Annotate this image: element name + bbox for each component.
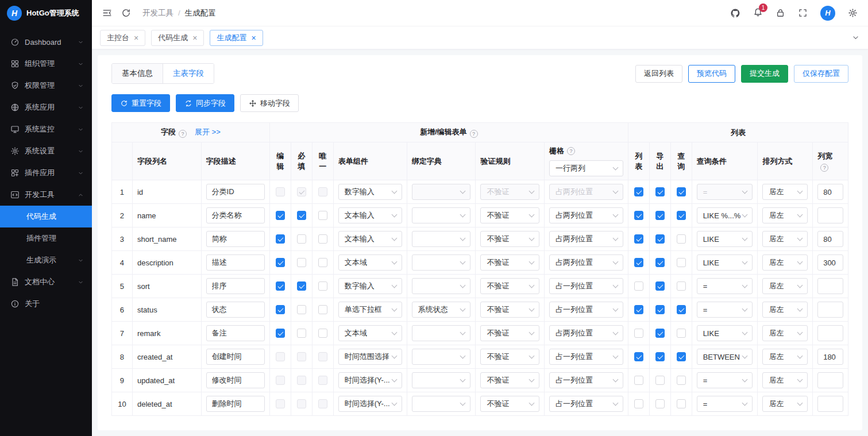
align-select[interactable]: 居左 [762, 349, 808, 365]
unique-checkbox[interactable] [318, 281, 327, 291]
edit-checkbox[interactable] [276, 258, 285, 267]
sidebar-item-plugin-manage[interactable]: 插件管理 [0, 227, 92, 249]
field-desc-input[interactable] [206, 325, 265, 341]
component-select[interactable]: 单选下拉框 [338, 302, 402, 318]
reset-fields-button[interactable]: 重置字段 [111, 94, 170, 112]
grid-select[interactable]: 占两列位置 [549, 325, 623, 341]
align-select[interactable]: 居左 [762, 396, 808, 412]
edit-checkbox[interactable] [276, 305, 285, 314]
list-checkbox[interactable] [634, 352, 643, 361]
rule-select[interactable]: 不验证 [480, 254, 539, 271]
align-select[interactable]: 居左 [762, 372, 808, 388]
rule-select[interactable]: 不验证 [480, 396, 539, 412]
component-select[interactable]: 时间范围选择 [338, 349, 402, 365]
export-checkbox[interactable] [655, 305, 665, 314]
sidebar-item-dev-tools[interactable]: 开发工具 [0, 184, 92, 206]
nav-tab-code-generate[interactable]: 代码生成× [151, 30, 204, 46]
query-checkbox[interactable] [677, 305, 686, 314]
field-desc-input[interactable] [206, 254, 265, 271]
field-desc-input[interactable] [206, 302, 265, 318]
export-checkbox[interactable] [655, 329, 665, 338]
close-icon[interactable]: × [134, 34, 138, 42]
sidebar-item-system-app[interactable]: 系统应用 [0, 97, 92, 118]
rule-select[interactable]: 不验证 [480, 207, 539, 223]
align-select[interactable]: 居左 [762, 278, 808, 294]
align-select[interactable]: 居左 [762, 254, 808, 271]
list-checkbox[interactable] [634, 234, 643, 244]
collapse-sidebar-icon[interactable] [102, 8, 112, 18]
breadcrumb-item[interactable]: 开发工具 [142, 8, 173, 18]
dict-select[interactable] [412, 207, 471, 223]
query-checkbox[interactable] [677, 234, 686, 244]
preview-code-button[interactable]: 预览代码 [688, 65, 735, 83]
component-select[interactable]: 文本域 [338, 254, 402, 271]
width-input[interactable] [817, 302, 843, 318]
sidebar-item-plugin-app[interactable]: 插件应用 [0, 162, 92, 184]
edit-checkbox[interactable] [276, 329, 285, 338]
component-select[interactable]: 数字输入 [338, 278, 402, 294]
expand-link[interactable]: 展开 >> [195, 128, 221, 136]
query-cond-select[interactable]: = [697, 396, 753, 412]
field-desc-input[interactable] [206, 207, 265, 223]
unique-checkbox[interactable] [318, 305, 327, 314]
list-checkbox[interactable] [634, 376, 643, 385]
grid-select[interactable]: 占两列位置 [549, 207, 623, 223]
edit-checkbox[interactable] [276, 211, 285, 220]
grid-select[interactable]: 占一列位置 [549, 302, 623, 318]
query-checkbox[interactable] [677, 258, 686, 267]
query-checkbox[interactable] [677, 329, 686, 338]
list-checkbox[interactable] [634, 281, 643, 291]
refresh-icon[interactable] [121, 8, 131, 18]
sidebar-item-system-settings[interactable]: 系统设置 [0, 140, 92, 162]
query-checkbox[interactable] [677, 281, 686, 291]
fullscreen-icon[interactable] [798, 8, 808, 18]
rule-select[interactable]: 不验证 [480, 349, 539, 365]
rule-select[interactable]: 不验证 [480, 231, 539, 247]
list-checkbox[interactable] [634, 211, 643, 220]
grid-select[interactable]: 占一列位置 [549, 278, 623, 294]
sidebar-item-organization[interactable]: 组织管理 [0, 53, 92, 75]
export-checkbox[interactable] [655, 399, 665, 408]
lock-icon[interactable] [776, 8, 785, 18]
nav-tab-console[interactable]: 主控台× [100, 30, 145, 46]
grid-select[interactable]: 占两列位置 [549, 231, 623, 247]
rule-select[interactable]: 不验证 [480, 302, 539, 318]
query-checkbox[interactable] [677, 211, 686, 220]
edit-checkbox[interactable] [276, 281, 285, 291]
dict-select[interactable] [412, 231, 471, 247]
grid-select[interactable]: 占一列位置 [549, 372, 623, 388]
list-checkbox[interactable] [634, 399, 643, 408]
sidebar-item-code-generate[interactable]: 代码生成 [0, 206, 92, 227]
dict-select[interactable] [412, 325, 471, 341]
move-fields-button[interactable]: 移动字段 [240, 94, 299, 112]
dict-select[interactable] [412, 278, 471, 294]
align-select[interactable]: 居左 [762, 325, 808, 341]
list-checkbox[interactable] [634, 329, 643, 338]
component-select[interactable]: 文本输入 [338, 231, 402, 247]
query-cond-select[interactable]: = [697, 278, 753, 294]
query-cond-select[interactable]: LIKE [697, 254, 753, 271]
tab-basic-info[interactable]: 基本信息 [112, 64, 163, 83]
breadcrumb-item[interactable]: 生成配置 [185, 8, 216, 18]
save-config-only-button[interactable]: 仅保存配置 [794, 65, 848, 83]
tab-actions-chevron-icon[interactable] [851, 33, 860, 42]
required-checkbox[interactable] [297, 234, 306, 244]
dict-select[interactable]: 系统状态 [412, 302, 471, 318]
sync-fields-button[interactable]: 同步字段 [176, 94, 234, 112]
notifications-button[interactable]: 1 [753, 7, 763, 19]
component-select[interactable]: 文本输入 [338, 207, 402, 223]
required-checkbox[interactable] [297, 305, 306, 314]
width-input[interactable] [817, 396, 843, 412]
sidebar-item-generate-demo[interactable]: 生成演示 [0, 249, 92, 271]
close-icon[interactable]: × [192, 34, 197, 42]
align-select[interactable]: 居左 [762, 184, 808, 200]
sidebar-item-permission[interactable]: 权限管理 [0, 75, 92, 97]
query-cond-select[interactable]: LIKE [697, 325, 753, 341]
query-cond-select[interactable]: BETWEEN [697, 349, 753, 365]
field-desc-input[interactable] [206, 372, 265, 388]
query-cond-select[interactable]: LIKE [697, 231, 753, 247]
component-select[interactable]: 时间选择(Y-... [338, 372, 402, 388]
width-input[interactable] [817, 207, 843, 223]
nav-tab-generate-config[interactable]: 生成配置× [210, 30, 263, 46]
dict-select[interactable] [412, 372, 471, 388]
